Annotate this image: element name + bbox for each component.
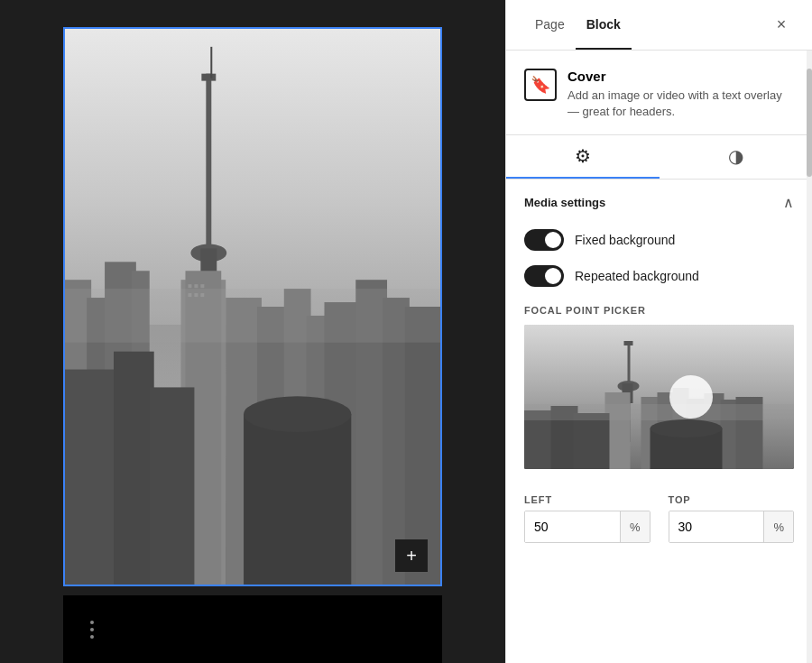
focal-point-handle[interactable] — [669, 375, 713, 419]
block-title: Cover — [567, 69, 794, 84]
svg-rect-49 — [524, 404, 794, 420]
svg-rect-35 — [624, 341, 633, 345]
top-input-wrap: % — [669, 511, 795, 543]
svg-rect-10 — [210, 47, 212, 78]
svg-point-25 — [244, 396, 351, 432]
icon-tabs: ⚙ ◑ — [506, 135, 812, 180]
svg-rect-32 — [65, 289, 440, 343]
settings-tab[interactable]: ⚙ — [506, 135, 660, 179]
add-block-button[interactable]: + — [395, 539, 428, 572]
fixed-background-toggle[interactable] — [524, 229, 564, 251]
close-button[interactable]: × — [769, 13, 794, 38]
focal-point-section: FOCAL POINT PICKER — [506, 294, 812, 483]
svg-rect-28 — [200, 284, 204, 288]
focal-point-image[interactable] — [524, 325, 794, 469]
cover-block[interactable]: + — [63, 27, 442, 586]
media-settings-title: Media settings — [524, 196, 605, 209]
svg-rect-21 — [65, 370, 118, 585]
canvas-area: + — [0, 0, 505, 595]
svg-rect-48 — [574, 413, 610, 469]
left-coord-group: LEFT % — [524, 494, 651, 543]
toggle-knob — [545, 268, 561, 284]
panel-body: 🔖 Cover Add an image or video with a tex… — [506, 51, 812, 663]
canvas-panel: + — [0, 0, 505, 663]
fixed-background-label: Fixed background — [575, 233, 675, 247]
left-label: LEFT — [524, 494, 651, 505]
contrast-icon: ◑ — [728, 145, 743, 167]
block-text: Cover Add an image or video with a text … — [567, 69, 794, 120]
collapse-button[interactable]: ∧ — [783, 194, 794, 211]
top-label: TOP — [669, 494, 795, 505]
repeated-background-toggle[interactable] — [524, 265, 564, 287]
left-input[interactable] — [525, 511, 620, 542]
dot — [90, 628, 94, 631]
fixed-background-row: Fixed background — [506, 222, 812, 258]
repeated-background-label: Repeated background — [575, 269, 699, 283]
gear-icon: ⚙ — [575, 145, 591, 167]
svg-point-51 — [651, 419, 723, 437]
settings-panel: Page Block × 🔖 Cover Add an image or vid… — [505, 0, 812, 663]
repeated-background-row: Repeated background — [506, 258, 812, 294]
dot — [90, 635, 94, 639]
block-info: 🔖 Cover Add an image or video with a tex… — [506, 51, 812, 135]
tab-block[interactable]: Block — [576, 1, 632, 50]
toggle-knob — [545, 232, 561, 248]
top-input[interactable] — [669, 511, 764, 542]
svg-rect-26 — [188, 284, 191, 288]
svg-rect-24 — [244, 414, 351, 585]
scroll-thumb[interactable] — [807, 69, 812, 177]
svg-rect-7 — [201, 74, 216, 81]
left-unit: % — [620, 511, 650, 542]
block-description: Add an image or video with a text overla… — [567, 87, 794, 120]
coordinate-inputs: LEFT % TOP % — [506, 483, 812, 543]
svg-rect-23 — [150, 387, 195, 585]
svg-rect-27 — [194, 284, 198, 288]
dot — [90, 621, 94, 624]
top-unit: % — [763, 511, 793, 542]
tab-page[interactable]: Page — [524, 1, 576, 50]
style-tab[interactable]: ◑ — [660, 135, 813, 179]
media-settings-header: Media settings ∧ — [506, 180, 812, 222]
left-input-wrap: % — [524, 511, 651, 543]
bottom-bar — [63, 595, 442, 663]
top-coord-group: TOP % — [669, 494, 795, 543]
block-options-menu[interactable] — [78, 615, 106, 644]
scroll-track — [807, 51, 812, 663]
block-type-icon: 🔖 — [524, 69, 557, 101]
panel-tabs: Page Block × — [506, 0, 812, 51]
focal-point-label: FOCAL POINT PICKER — [524, 305, 794, 316]
svg-rect-22 — [114, 352, 154, 585]
